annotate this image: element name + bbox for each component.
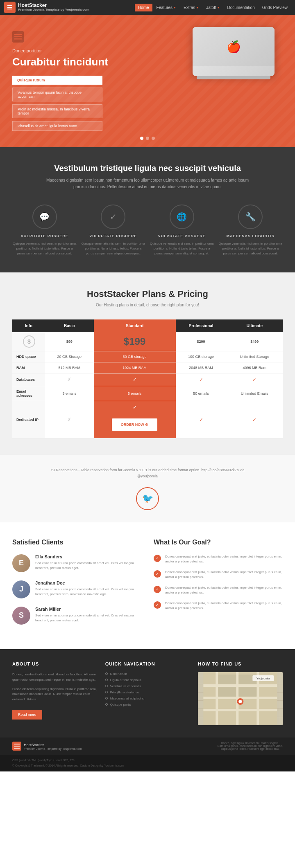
standard-ip: ✓ ORDER NOW ⊙: [94, 401, 176, 438]
copyright-bar: CSS (valid: XHTML (valid) Top: ↑ Level: …: [0, 755, 295, 771]
nav-documentation[interactable]: Documentation: [224, 4, 258, 11]
bottom-logo: HostStacker Premium Joomla Template by Y…: [12, 742, 82, 751]
row-label-db: Databases: [12, 373, 45, 386]
cross-icon: ✗: [67, 377, 71, 382]
svg-rect-5: [14, 38, 22, 40]
svg-text:Youjoomla: Youjoomla: [256, 677, 270, 680]
footer-link-6[interactable]: Quisque porta: [105, 703, 190, 706]
basic-db: ✗: [45, 373, 94, 386]
twitter-text: YJ Reservations - Table reservation form…: [45, 467, 250, 479]
hero-btn-3[interactable]: Proin ac molestie massa. In faucibus viv…: [12, 104, 102, 118]
testimonial-jonathan: J Jonathan Doe Sed vitae enim at urna po…: [12, 580, 141, 598]
footer-link-4[interactable]: Fringilla scelerisque: [105, 690, 190, 694]
features-title: Vestibulum tristique ligula nec suscipit…: [12, 164, 283, 173]
hero-dots: [140, 137, 155, 140]
col-header-info: Info: [12, 319, 45, 332]
bullet-icon: [105, 685, 108, 687]
svg-rect-10: [216, 672, 218, 725]
svg-rect-21: [14, 744, 20, 744]
features-arrow: ▼: [173, 6, 176, 9]
features-subtitle: Maecenas dignissim sem ipsum,non ferment…: [45, 177, 250, 190]
row-label-ip: Dedicated IP: [12, 401, 45, 438]
bullet-icon: [105, 691, 108, 693]
feature-2-name: VULPUTATE POSUERE: [81, 234, 146, 238]
twitter-button[interactable]: 🐦: [136, 487, 159, 510]
price-icon-cell: $: [12, 332, 45, 351]
svg-rect-3: [14, 34, 22, 35]
svg-rect-4: [14, 36, 22, 38]
nav-home[interactable]: Home: [135, 4, 152, 11]
hero-btn-4[interactable]: Phasellus sit amet ligula lectus nunc: [12, 121, 102, 131]
standard-db: ✓: [94, 373, 176, 386]
footer-tagline-line1: Donec, eget ligula sit amet orci mattis …: [217, 742, 283, 744]
dot-3[interactable]: [152, 137, 155, 140]
hero-btn-primary[interactable]: Quisque rutrum: [12, 76, 102, 85]
nav-jatoff[interactable]: Jatoff ▼: [203, 4, 223, 11]
copyright-text: CSS (valid: XHTML (valid) Top: ↑ Level: …: [12, 758, 283, 768]
row-label-hdd: HDD space: [12, 351, 45, 362]
footer-link-5[interactable]: Maecenas at adipiscing: [105, 697, 190, 700]
bottom-logo-text: HostStacker Premium Joomla Template by Y…: [24, 742, 82, 750]
basic-ram: 512 MB RAM: [45, 362, 94, 373]
cross-icon: ✗: [67, 417, 71, 423]
footer-link-3[interactable]: Vestibulum venenatis: [105, 684, 190, 688]
testimonial-sarah-name: Sarah Miller: [35, 607, 141, 612]
check-icon: ✓: [199, 417, 203, 423]
footer-contact-title: HOW TO FIND US: [198, 661, 283, 666]
ultimate-ram: 4096 MB Ram: [227, 362, 283, 373]
testimonial-jonathan-text: Sed vitae enim at urna porta commodo sit…: [35, 587, 141, 597]
dot-2[interactable]: [146, 137, 149, 140]
goal-check-icon: ✓: [154, 601, 161, 609]
pro-ip: ✓: [176, 401, 227, 438]
testimonial-jonathan-name: Jonathan Doe: [35, 580, 141, 585]
avatar-ella: E: [12, 554, 30, 572]
standard-email: 5 emails: [94, 386, 176, 401]
twitter-section: YJ Reservations - Table reservation form…: [0, 455, 295, 522]
testimonials-heading: Satisfied Clients: [12, 539, 141, 546]
feature-1-desc: Quisque venenatis nisl sem, in porttitor…: [12, 241, 77, 256]
mac-mini: 🍎: [193, 27, 275, 76]
svg-rect-11: [236, 672, 239, 725]
nav-links: Home Features ▼ Extras ▼ Jatoff ▼ Docume…: [135, 4, 291, 11]
price-standard: $199: [94, 332, 176, 351]
avatar-jonathan: J: [12, 580, 30, 598]
feature-2-desc: Quisque venenatis nisl sem, in porttitor…: [81, 241, 146, 256]
features-section: Vestibulum tristique ligula nec suscipit…: [0, 147, 295, 272]
svg-rect-22: [14, 746, 20, 747]
feature-1: 💬 VULPUTATE POSUERE Quisque venenatis ni…: [12, 205, 77, 256]
footer-tagline-line3: dapibus porta libero. Praesent eget feli…: [217, 747, 283, 750]
logo: HostStacker Premium Joomla Template by Y…: [4, 2, 89, 13]
logo-tagline: Premium Joomla Template by Youjoomla.com: [18, 8, 89, 12]
footer-about-title: ABOUT US: [12, 661, 97, 666]
apple-logo-icon: 🍎: [227, 40, 241, 54]
price-basic: $99: [45, 332, 94, 351]
feature-4: 🔧 MAECENAS LOBORTIS Quisque venenatis ni…: [218, 205, 283, 256]
goal-text-1: Donec consequat erat justo, eu lacinia d…: [165, 554, 283, 564]
dot-1[interactable]: [140, 137, 143, 140]
footer-nav: QUICK NAVIGATION Nimi rutrum Ligula at f…: [105, 661, 190, 725]
goal-section: What Is Our Goal? ✓ Donec consequat erat…: [154, 539, 283, 633]
feature-1-name: VULPUTATE POSUERE: [12, 234, 77, 238]
footer-link-2[interactable]: Ligula at ferc dapibus: [105, 678, 190, 682]
order-now-button[interactable]: ORDER NOW ⊙: [112, 418, 158, 431]
hero-btn-2[interactable]: Vivamus tempor ipsum lacinia, tristique …: [12, 88, 102, 101]
pro-hdd: 100 GB storage: [176, 351, 227, 362]
pricing-table: Info Basic Standard Professional Ultimat…: [12, 319, 283, 438]
footer-link-1[interactable]: Nimi rutrum: [105, 672, 190, 676]
footer-about: ABOUT US Donec, hendrerit odio at erat b…: [12, 661, 97, 725]
footer-about-text1: Donec, hendrerit odio at erat bibendum f…: [12, 672, 97, 683]
footer-tagline-text: Donec, eget ligula sit amet orci mattis …: [217, 742, 283, 750]
check-icon: ✓: [199, 377, 203, 382]
col-header-pro: Professional: [176, 319, 227, 332]
nav-grids[interactable]: Grids Preview: [259, 4, 291, 11]
read-more-button[interactable]: Read more: [12, 710, 42, 720]
nav-features[interactable]: Features ▼: [153, 4, 179, 11]
pro-ram: 2048 MB RAM: [176, 362, 227, 373]
mac-mini-top: 🍎: [193, 27, 275, 66]
price-pro: $299: [176, 332, 227, 351]
nav-extras[interactable]: Extras ▼: [180, 4, 202, 11]
ultimate-hdd: Unlimited Storage: [227, 351, 283, 362]
pro-email: 50 emails: [176, 386, 227, 401]
table-row: RAM 512 MB RAM 1024 MB RAM 2048 MB RAM 4…: [12, 362, 283, 373]
feature-2: ✓ VULPUTATE POSUERE Quisque venenatis ni…: [81, 205, 146, 256]
